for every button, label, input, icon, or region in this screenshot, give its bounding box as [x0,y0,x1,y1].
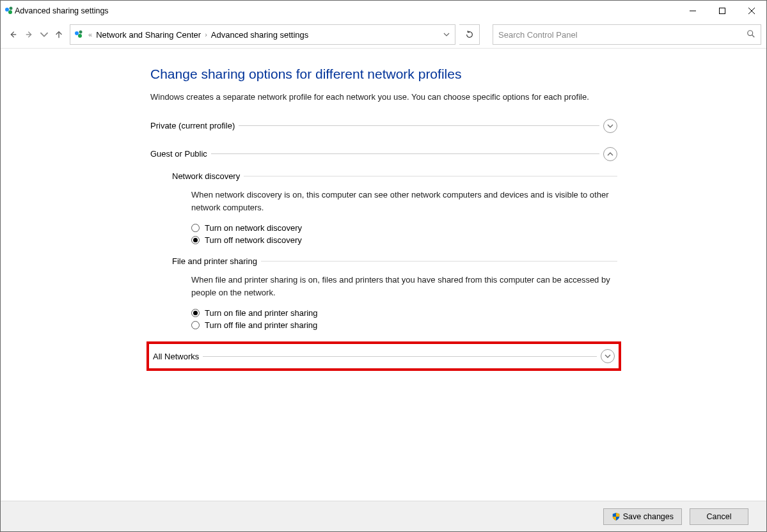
nav-bar: « Network and Sharing Center › Advanced … [1,21,766,48]
divider [244,176,617,176]
svg-point-11 [79,31,83,34]
address-bar[interactable]: « Network and Sharing Center › Advanced … [70,24,455,45]
radio-fp-on[interactable]: Turn on file and printer sharing [191,308,617,318]
breadcrumb-parent[interactable]: Network and Sharing Center [96,30,201,40]
address-dropdown[interactable] [437,25,455,44]
svg-point-10 [75,31,79,35]
title-bar: Advanced sharing settings [1,1,766,21]
radio-icon [191,224,200,232]
svg-rect-4 [720,8,725,14]
svg-point-12 [78,34,82,38]
section-guest-label: Guest or Public [150,149,207,159]
window-title: Advanced sharing settings [15,6,109,15]
save-changes-label: Save changes [623,512,674,521]
close-button[interactable] [737,1,766,21]
divider [211,153,599,154]
chevron-down-icon[interactable] [601,349,615,363]
radio-nd-on[interactable]: Turn on network discovery [191,223,617,233]
section-all-label: All Networks [153,352,199,361]
recent-dropdown[interactable] [39,26,49,43]
svg-point-0 [5,8,9,12]
radio-fp-off[interactable]: Turn off file and printer sharing [191,320,617,330]
divider [203,356,597,357]
page-subheading: Windows creates a separate network profi… [150,91,617,104]
radio-nd-on-label: Turn on network discovery [205,223,302,233]
back-button[interactable] [6,26,20,43]
page-heading: Change sharing options for different net… [150,66,617,82]
section-guest[interactable]: Guest or Public [150,147,617,161]
chevron-left-double-icon: « [88,31,92,38]
chevron-up-icon[interactable] [603,147,617,161]
chevron-down-icon[interactable] [603,119,617,133]
search-input[interactable]: Search Control Panel [493,24,761,45]
radio-icon [191,321,200,329]
section-private[interactable]: Private (current profile) [150,119,617,133]
svg-point-2 [8,10,12,14]
subsection-file-printer: File and printer sharing When file and p… [172,256,617,330]
radio-icon [191,236,200,244]
section-all-networks[interactable]: All Networks [153,349,615,363]
uac-shield-icon [612,512,621,521]
cancel-label: Cancel [707,512,732,521]
file-printer-desc: When file and printer sharing is on, fil… [191,274,617,299]
up-button[interactable] [52,26,66,43]
cancel-button[interactable]: Cancel [690,508,748,525]
forward-button[interactable] [22,26,36,43]
highlight-all-networks: All Networks [146,341,621,371]
section-private-label: Private (current profile) [150,121,235,130]
network-discovery-desc: When network discovery is on, this compu… [191,189,617,214]
location-icon [74,29,84,40]
refresh-button[interactable] [459,24,480,45]
network-discovery-title: Network discovery [172,171,240,181]
svg-point-1 [10,7,13,10]
radio-nd-off[interactable]: Turn off network discovery [191,235,617,245]
save-changes-button[interactable]: Save changes [603,508,682,525]
radio-fp-on-label: Turn on file and printer sharing [205,308,318,318]
divider [239,125,599,126]
chevron-right-icon: › [205,31,207,38]
radio-nd-off-label: Turn off network discovery [205,235,302,245]
breadcrumb-current[interactable]: Advanced sharing settings [211,30,308,40]
minimize-button[interactable] [678,1,708,21]
divider [261,261,617,262]
app-icon [4,6,15,16]
subsection-network-discovery: Network discovery When network discovery… [172,171,617,245]
content-area: Change sharing options for different net… [1,49,766,501]
file-printer-title: File and printer sharing [172,256,257,266]
maximize-button[interactable] [708,1,737,21]
search-icon [747,29,755,40]
search-placeholder: Search Control Panel [498,30,747,40]
footer-bar: Save changes Cancel [1,501,766,531]
svg-point-13 [748,30,753,35]
radio-icon [191,309,200,317]
svg-line-14 [752,35,755,37]
radio-fp-off-label: Turn off file and printer sharing [205,320,317,330]
